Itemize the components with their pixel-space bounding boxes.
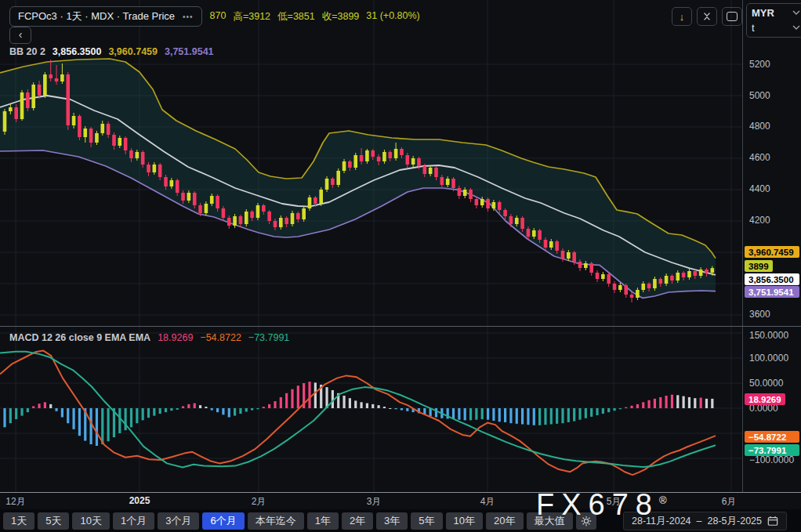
candle-body	[291, 213, 295, 224]
bb-lower-price-label: 3,751.9541	[745, 286, 799, 298]
candle-body	[222, 208, 226, 218]
candle-body	[480, 199, 484, 205]
candle-body	[170, 180, 174, 186]
macd-signal-value: −73.7991	[248, 332, 289, 343]
range-button-7[interactable]: 1年	[307, 512, 339, 530]
candle-body	[469, 190, 473, 199]
range-button-3[interactable]: 1个月	[113, 512, 154, 530]
macd-histogram-bar	[343, 396, 345, 408]
time-axis-label[interactable]: 12月	[5, 495, 25, 508]
candle-body	[406, 155, 410, 165]
price-tick-label: 3600	[749, 309, 770, 320]
macd-histogram-bar	[55, 408, 57, 411]
macd-chart[interactable]	[0, 327, 742, 492]
range-button-6[interactable]: 本年迄今	[248, 512, 304, 530]
currency-dropdown[interactable]: MYR	[752, 5, 800, 20]
candle-body	[451, 179, 455, 188]
symbol-pill[interactable]: FCPOc3 · 1天 · MDX · Trade Price •••	[9, 6, 202, 27]
time-axis-label[interactable]: 2月	[252, 495, 266, 508]
range-button-12[interactable]: 20年	[486, 512, 523, 530]
chevron-left-icon[interactable]: ‹	[9, 27, 31, 44]
change-value: 31 (+0.80%)	[366, 10, 419, 24]
range-button-10[interactable]: 5年	[411, 512, 442, 530]
price-axis[interactable]: MYR t 5200500048004600440042003600150.00…	[743, 0, 801, 492]
candle-body	[365, 150, 369, 161]
macd-histogram-bar	[268, 404, 270, 408]
time-axis-label[interactable]: 3月	[367, 495, 382, 508]
macd-histogram-bar	[556, 408, 558, 424]
range-button-5[interactable]: 6个月	[202, 512, 244, 530]
macd-histogram-bar	[585, 408, 587, 418]
collapse-pane-icon[interactable]	[697, 7, 717, 26]
candle-body	[20, 92, 24, 119]
collapse-arrows-icon	[701, 11, 712, 22]
macd-histogram-bar	[159, 408, 161, 414]
unit-dropdown[interactable]: t	[752, 20, 800, 35]
move-pane-down-icon[interactable]: ↓	[672, 7, 692, 26]
candle-body	[26, 92, 30, 108]
time-axis[interactable]: 12月20252月3月4月5月6月	[0, 493, 801, 509]
low-value: 低=3851	[277, 10, 315, 24]
candle-body	[198, 205, 202, 213]
watermark-registered-mark: ®	[659, 494, 667, 506]
range-button-9[interactable]: 3年	[376, 512, 408, 530]
macd-histogram-bar	[700, 398, 702, 408]
macd-histogram-bar	[211, 408, 213, 411]
candle-body	[78, 116, 82, 137]
time-axis-label[interactable]: 4月	[480, 495, 495, 508]
macd-histogram-bar	[78, 408, 81, 436]
candle-body	[141, 152, 145, 165]
macd-histogram-bar	[216, 408, 219, 412]
macd-histogram-bar	[694, 398, 696, 408]
range-toolbar: 1天5天10天1个月3个月6个月本年迄今1年2年3年5年10年20年最大值 28…	[0, 509, 801, 532]
range-button-4[interactable]: 3个月	[158, 512, 199, 530]
candle-body	[434, 168, 438, 177]
macd-histogram-bar	[516, 408, 518, 424]
candle-body	[371, 150, 375, 157]
macd-histogram-bar	[527, 408, 529, 425]
macd-histogram-bar	[187, 404, 190, 408]
macd-histogram-bar	[136, 408, 138, 423]
macd-indicator-legend[interactable]: MACD 12 26 close 9 EMA EMA 18.9269 −54.8…	[9, 332, 289, 343]
macd-histogram-bar	[567, 408, 570, 422]
range-button-0[interactable]: 1天	[3, 512, 34, 530]
macd-histogram-bar	[101, 408, 103, 444]
bb-indicator-legend[interactable]: BB 20 2 3,856.3500 3,960.7459 3,751.9541	[9, 46, 214, 57]
range-button-2[interactable]: 10天	[72, 512, 109, 530]
macd-signal-value-label: −73.7991	[745, 444, 799, 456]
bb-upper-value: 3,960.7459	[108, 46, 158, 57]
macd-histogram-bar	[406, 408, 408, 411]
candle-body	[561, 251, 565, 259]
range-button-11[interactable]: 10年	[446, 512, 483, 530]
price-tick-label: 5000	[749, 90, 770, 101]
pane-divider[interactable]	[0, 326, 801, 327]
candle-body	[394, 149, 398, 158]
macd-histogram-bar	[285, 393, 288, 408]
macd-histogram-bar	[683, 396, 685, 408]
candle-body	[636, 290, 640, 298]
candle-body	[83, 128, 87, 137]
macd-tick-label: −100.0000	[749, 454, 794, 465]
axis-separator[interactable]	[742, 0, 743, 492]
time-axis-label[interactable]: 2025	[129, 495, 150, 506]
time-axis-label[interactable]: 6月	[722, 495, 737, 508]
macd-histogram-bar	[509, 408, 512, 423]
range-button-8[interactable]: 2年	[342, 512, 373, 530]
high-value: 高=3912	[233, 10, 270, 24]
macd-histogram-bar	[395, 408, 397, 409]
macd-histogram-bar	[251, 408, 253, 411]
macd-histogram-bar	[711, 399, 713, 408]
price-tick-label: 4200	[749, 215, 770, 226]
maximize-pane-icon[interactable]	[722, 7, 742, 26]
candle-body	[100, 124, 104, 133]
candle-body	[245, 212, 248, 224]
candle-body	[665, 276, 669, 284]
more-icon[interactable]: •••	[183, 13, 194, 21]
candle-body	[589, 263, 593, 273]
candle-body	[596, 273, 600, 279]
candle-body	[705, 270, 709, 273]
candle-body	[711, 268, 715, 273]
macd-histogram-bar	[573, 408, 575, 422]
candle-body	[348, 161, 352, 168]
range-button-1[interactable]: 5天	[38, 512, 69, 530]
